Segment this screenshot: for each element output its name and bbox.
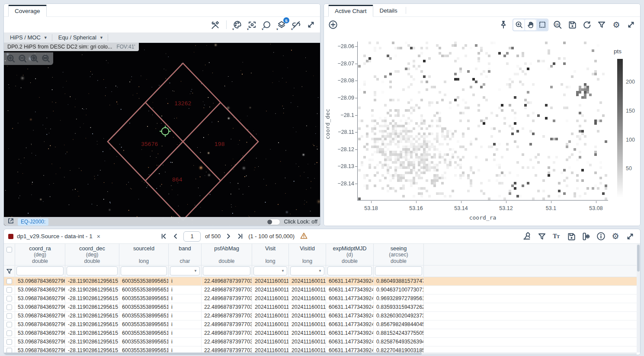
box-select-icon[interactable] xyxy=(537,19,548,30)
column-header-band[interactable]: band char xyxy=(169,244,202,265)
page-number-input[interactable] xyxy=(183,231,201,242)
row-checkbox[interactable] xyxy=(6,322,12,327)
table-cell: 0.8359331594372623 xyxy=(374,303,424,311)
y-tick-label: −28.11 xyxy=(329,129,354,135)
table-cell: 0.8326030204923739 xyxy=(374,312,424,320)
table-row[interactable]: 53.09687843692796-28.1190286129561560035… xyxy=(4,295,640,303)
expand-icon[interactable] xyxy=(625,19,637,30)
pick-tool-icon[interactable] xyxy=(522,231,533,242)
sky-view[interactable]: 1326235676198864 DP0.2 HiPS from DESC DC… xyxy=(4,43,320,226)
select-area-icon[interactable]: ▾ xyxy=(261,19,272,30)
table-row[interactable]: 53.09687843692796-28.1190286129561560035… xyxy=(4,338,640,346)
row-checkbox[interactable] xyxy=(6,304,12,310)
table-row[interactable]: 53.09687843692796-28.1190286129561560035… xyxy=(4,312,640,320)
filter-icon[interactable] xyxy=(6,268,13,275)
table-cell: 53.09687843692796 xyxy=(15,320,65,329)
row-checkbox[interactable] xyxy=(6,287,12,293)
filter-input-expMidptMJD[interactable] xyxy=(327,266,372,275)
recenter-icon[interactable]: ▾ xyxy=(247,19,258,30)
heatmap-plot-area[interactable] xyxy=(357,42,608,201)
close-icon[interactable]: × xyxy=(97,233,100,240)
filter-input-VisitId[interactable] xyxy=(290,266,324,275)
settings-icon[interactable]: ⚙ xyxy=(611,19,622,30)
filter-input-Visit[interactable] xyxy=(253,266,287,275)
filter-icon[interactable] xyxy=(596,19,607,30)
last-page-icon[interactable] xyxy=(237,233,244,240)
text-view-icon[interactable]: TT xyxy=(551,231,562,242)
table-row[interactable]: 53.09687843692796-28.1190286129561560035… xyxy=(4,320,640,329)
zoom-fit-icon[interactable] xyxy=(29,54,39,64)
layers-icon[interactable]: 5 ▾ xyxy=(276,19,287,30)
filter-input-sourceId[interactable] xyxy=(121,266,167,275)
tab-details[interactable]: Details xyxy=(373,5,404,16)
row-checkbox[interactable] xyxy=(6,296,12,301)
column-header-coord_dec[interactable]: coord_dec(deg)double xyxy=(65,244,119,265)
prev-page-icon[interactable] xyxy=(172,233,179,240)
scrollbar-thumb[interactable] xyxy=(4,353,422,355)
first-page-icon[interactable] xyxy=(160,233,167,240)
table-row[interactable]: 53.09687843692796-28.1190286129561560035… xyxy=(4,329,640,338)
tools-icon[interactable] xyxy=(210,19,221,30)
hips-survey-chip[interactable]: DP0.2 HiPS from DESC DC2 sim: gri colo..… xyxy=(4,43,139,51)
column-header-sourceId[interactable]: sourceId long xyxy=(119,244,169,265)
column-header-Visit[interactable]: Visit long xyxy=(252,244,289,265)
pan-hand-icon[interactable] xyxy=(525,19,536,30)
overlay-link-icon[interactable]: ▾ xyxy=(291,19,302,30)
zoom-out-icon[interactable] xyxy=(18,54,28,64)
save-icon[interactable] xyxy=(566,231,577,242)
pin-icon[interactable] xyxy=(498,19,509,30)
expand-icon[interactable] xyxy=(625,231,636,242)
save-icon[interactable] xyxy=(567,19,578,30)
filter-input-band[interactable] xyxy=(170,266,200,275)
color-palette-icon[interactable]: ▾ xyxy=(232,19,243,30)
table-row[interactable]: 53.09687843692796-28.1190286129561560035… xyxy=(4,277,640,286)
chevron-down-icon: ▾ xyxy=(247,28,249,31)
filter-input-coord_ra[interactable] xyxy=(16,266,64,275)
click-lock-toggle[interactable] xyxy=(266,219,280,225)
add-chart-icon[interactable] xyxy=(327,19,339,30)
zoom-fill-icon[interactable] xyxy=(41,54,51,64)
filter-icon[interactable] xyxy=(536,231,548,242)
table-cell: 22.489687873977033 xyxy=(202,303,252,311)
settings-icon[interactable]: ⚙ xyxy=(610,231,621,242)
select-all-cell xyxy=(4,244,15,265)
filter-input-seeing[interactable] xyxy=(375,266,422,275)
row-checkbox[interactable] xyxy=(6,339,12,345)
column-header-VisitId[interactable]: VisitId long xyxy=(289,244,326,265)
tab-coverage[interactable]: Coverage xyxy=(8,5,47,17)
column-header-psfAbMag[interactable]: psfAbMag double xyxy=(202,244,252,265)
info-icon[interactable] xyxy=(595,231,606,242)
filter-input-psfAbMag[interactable] xyxy=(203,266,250,275)
y-tick-label: −28.09 xyxy=(329,95,354,101)
column-header-expMidptMJD[interactable]: expMidptMJD(d)double xyxy=(326,244,374,265)
horizontal-scrollbar[interactable] xyxy=(4,353,637,355)
select-all-checkbox[interactable] xyxy=(6,247,12,252)
row-checkbox[interactable] xyxy=(6,313,12,319)
table-cell: i xyxy=(169,320,202,329)
add-column-icon[interactable] xyxy=(580,231,592,242)
row-checkbox[interactable] xyxy=(6,330,12,336)
warning-icon[interactable] xyxy=(300,232,308,241)
table-row[interactable]: 53.09687843692796-28.1190286129561560035… xyxy=(4,303,640,312)
zoom-in-icon[interactable] xyxy=(513,19,524,30)
table-row[interactable]: 53.09687843692796-28.1190286129561560035… xyxy=(4,286,640,295)
table-header-row: coord_ra(deg)doublecoord_dec(deg)doubles… xyxy=(4,244,640,265)
external-link-icon[interactable] xyxy=(7,217,14,226)
column-header-seeing[interactable]: seeing(arcsec)double xyxy=(374,244,424,265)
column-header-coord_ra[interactable]: coord_ra(deg)double xyxy=(15,244,65,265)
tab-active-chart[interactable]: Active Chart xyxy=(328,5,373,17)
vertical-scrollbar[interactable] xyxy=(637,244,640,353)
scrollbar-thumb[interactable] xyxy=(637,245,640,272)
filter-input-coord_dec[interactable] xyxy=(67,266,118,275)
row-checkbox[interactable] xyxy=(6,278,12,284)
layers-count-badge: 5 xyxy=(283,17,289,23)
table-cell: 2024111600111 xyxy=(289,303,326,311)
restore-icon[interactable] xyxy=(581,19,593,30)
next-page-icon[interactable] xyxy=(225,233,232,240)
projection-dropdown[interactable]: Equ / Spherical ▼ xyxy=(52,32,108,42)
table-cell: 2024111600111 xyxy=(252,320,289,329)
expand-icon[interactable] xyxy=(305,19,317,30)
zoom-reset-icon[interactable]: 1X xyxy=(552,19,563,30)
hips-moc-dropdown[interactable]: HiPS / MOC ▼ xyxy=(4,32,52,42)
zoom-in-icon[interactable] xyxy=(6,54,16,64)
